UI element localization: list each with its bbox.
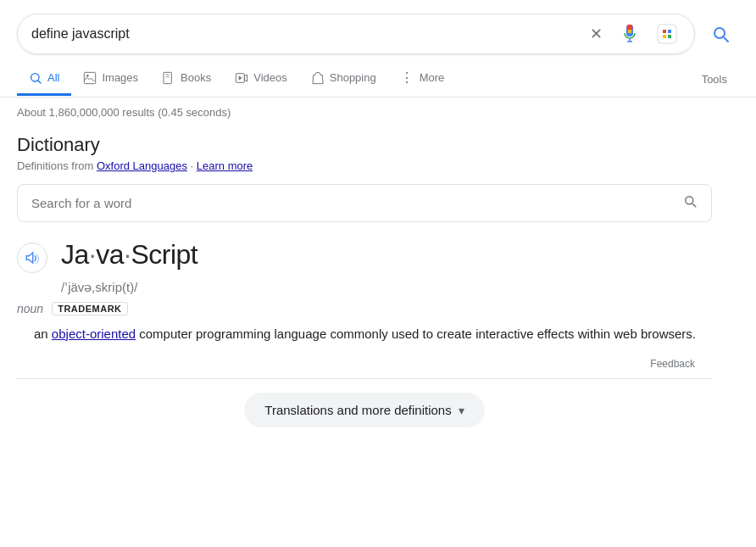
word-entry: Ja·va·Script [17,239,712,273]
search-button[interactable] [702,15,739,53]
svg-rect-9 [164,72,171,83]
tools-label: Tools [702,73,727,86]
word-pronunciation: /ˈjävəˌskrip(t)/ [61,280,712,295]
feedback-link[interactable]: Feedback [650,358,695,370]
tab-images-label: Images [102,71,138,84]
dictionary-source: Definitions from Oxford Languages · Lear… [17,159,712,172]
videos-tab-icon [235,71,248,85]
svg-marker-13 [239,75,242,80]
definition-block: an object-oriented computer programming … [17,324,712,344]
word-search-input[interactable] [31,196,682,210]
search-icons [586,20,681,47]
object-oriented-link[interactable]: object-oriented [52,327,136,341]
source-prefix: Definitions from [17,159,93,172]
definition-text: an object-oriented computer programming … [34,324,712,344]
dictionary-card: Dictionary Definitions from Oxford Langu… [0,127,729,441]
tab-all[interactable]: All [17,63,71,96]
search-bar: define javascript [17,14,695,54]
all-tab-icon [29,71,42,85]
search-icon-small [682,193,698,209]
tab-shopping[interactable]: Shopping [299,63,388,96]
divider [17,378,712,379]
tab-shopping-label: Shopping [330,71,376,84]
word-search-icon [682,193,698,213]
svg-marker-14 [26,253,33,263]
part-of-speech: noun [17,302,43,315]
word-title: Ja·va·Script [61,239,197,271]
more-dots-icon: ⋮ [400,70,414,86]
search-icon [710,24,731,44]
learn-more-link[interactable]: Learn more [197,159,253,172]
pos-row: noun TRADEMARK [17,302,712,315]
clear-button[interactable] [586,21,606,47]
tools-button[interactable]: Tools [690,64,739,94]
search-bar-container: define javascript [0,0,756,54]
feedback-row: Feedback [17,358,712,370]
tab-more-label: More [420,71,445,84]
mic-icon [620,24,640,44]
speaker-icon [25,250,40,265]
books-tab-icon [162,71,175,85]
lens-icon [657,24,677,44]
lens-button[interactable] [653,20,681,47]
speaker-button[interactable] [17,243,47,273]
tab-books[interactable]: Books [150,63,223,96]
shopping-tab-icon [311,71,325,85]
tab-videos-label: Videos [253,71,287,84]
trademark-badge: TRADEMARK [52,302,127,315]
clear-icon [590,25,603,43]
svg-rect-4 [658,25,676,43]
images-tab-icon [83,71,97,85]
translations-container: Translations and more definitions ▾ [17,382,712,441]
search-query-text: define javascript [31,26,586,42]
tab-books-label: Books [181,71,211,84]
svg-line-6 [38,81,41,83]
tab-more[interactable]: ⋮ More [388,61,457,97]
tab-videos[interactable]: Videos [223,63,299,96]
svg-point-8 [86,75,89,77]
tab-all-label: All [47,71,59,84]
svg-rect-1 [628,30,631,33]
chevron-down-icon: ▾ [459,404,464,417]
translations-label: Translations and more definitions [264,403,451,417]
word-search-box [17,184,712,222]
tab-images[interactable]: Images [71,63,150,96]
dictionary-title: Dictionary [17,134,712,156]
results-count: About 1,860,000,000 results (0.45 second… [0,98,756,127]
mic-button[interactable] [616,20,643,47]
nav-tabs: All Images Books Videos Shopping ⋮ M [0,58,756,98]
source-link[interactable]: Oxford Languages [97,159,187,172]
translations-button[interactable]: Translations and more definitions ▾ [244,393,484,427]
